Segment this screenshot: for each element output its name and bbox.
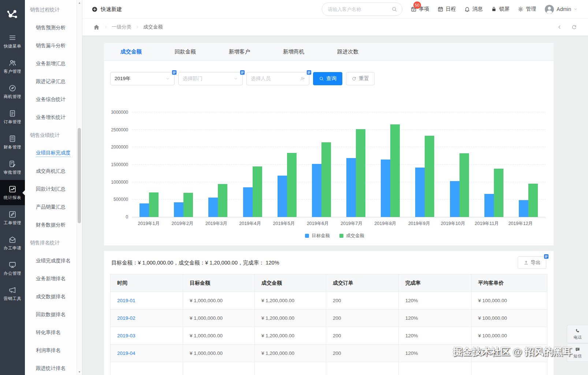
topbar-item-lock-screen[interactable]: 锁屏 — [491, 6, 509, 12]
year-select[interactable]: 2019年 — [110, 72, 175, 85]
chevron-left-icon[interactable] — [557, 24, 562, 30]
home-icon[interactable] — [93, 24, 100, 31]
tab-4[interactable]: 跟进次数 — [321, 48, 375, 55]
submenu-item-0-2[interactable]: 业务新增汇总 — [25, 55, 77, 72]
submenu-item-label: 回款数据排名 — [36, 311, 66, 318]
row-date-link[interactable]: 2019-01 — [117, 298, 135, 303]
topbar-item-settings[interactable]: 管理 — [518, 6, 536, 12]
submenu-item-2-1[interactable]: 业务新增排名 — [25, 270, 77, 288]
breadcrumb-item-1: 成交金额 — [143, 24, 163, 30]
sidebar-item-orders[interactable]: 订单管理 — [0, 104, 25, 130]
tab-1[interactable]: 回款金额 — [158, 48, 212, 55]
sidebar-item-reports[interactable]: 统计报表 — [0, 180, 25, 205]
row-date-link[interactable]: 2019-02 — [117, 315, 135, 321]
submenu-item-1-0[interactable]: 业绩目标完成度 — [25, 144, 77, 162]
tab-2[interactable]: 新增客户 — [212, 48, 267, 55]
customer-search-input[interactable] — [327, 6, 388, 12]
legend-swatch — [305, 234, 309, 238]
submenu-item-2-4[interactable]: 转化率排名 — [25, 323, 77, 341]
submenu-item-label: 成交商机汇总 — [36, 168, 66, 175]
bar-series2-month8 — [390, 124, 400, 217]
app-logo[interactable] — [0, 0, 25, 29]
sidebar-item-office[interactable]: 办公管理 — [0, 256, 25, 281]
submenu-item-2-2[interactable]: 成交数据排名 — [25, 288, 77, 305]
megaphone-icon — [8, 286, 16, 294]
submenu-item-1-4[interactable]: 财务数据分析 — [25, 216, 77, 234]
submenu-item-label: 利润率排名 — [36, 347, 61, 354]
submenu-scrollbar[interactable]: ▲ ▼ — [77, 0, 82, 375]
reset-button[interactable]: 重置 — [346, 72, 375, 85]
scroll-up-icon[interactable]: ▲ — [77, 0, 82, 5]
row-date-link[interactable]: 2019-04 — [117, 350, 135, 356]
calendar-icon — [438, 6, 443, 12]
table-cell — [183, 362, 255, 375]
submenu-group-title: 销售业绩统计 — [25, 126, 77, 144]
extension-badge-icon[interactable] — [306, 70, 312, 75]
export-button[interactable]: 导出 — [518, 256, 546, 269]
sidebar-item-finance[interactable]: 财务管理 — [0, 130, 25, 155]
extension-badge-icon[interactable] — [172, 70, 177, 75]
department-select[interactable]: 选择部门 — [178, 72, 243, 85]
table-cell-value: ¥ 1,200,000.00 — [261, 333, 294, 338]
legend-item-1[interactable]: 成交金额 — [339, 233, 364, 239]
submenu-item-2-3[interactable]: 回款数据排名 — [25, 305, 77, 323]
tab-3[interactable]: 新增商机 — [267, 48, 321, 55]
bar-group-12 — [511, 112, 546, 217]
scrollbar-thumb[interactable] — [78, 128, 81, 223]
scroll-down-icon[interactable]: ▼ — [77, 370, 82, 375]
person-select[interactable]: 选择人员 — [246, 72, 309, 85]
y-axis-tick-label: 1500000 — [111, 162, 128, 167]
table-cell: 2019-02 — [111, 310, 183, 327]
x-axis-tick-label: 2019年5月 — [267, 221, 301, 227]
breadcrumb-item-0[interactable]: 一级分类 — [112, 24, 131, 30]
submenu-item-2-0[interactable]: 业绩完成度排名 — [25, 252, 77, 270]
sms-button[interactable]: 短信 — [567, 344, 588, 362]
submenu-item-2-5[interactable]: 利润率排名 — [25, 341, 77, 359]
person-add-icon — [300, 76, 305, 81]
submenu-item-1-2[interactable]: 回款计划汇总 — [25, 180, 77, 198]
submenu-item-label: 转化率排名 — [36, 329, 61, 336]
table-cell-value: ¥ 1,200,000.00 — [261, 298, 294, 303]
extension-badge-icon[interactable] — [544, 254, 549, 259]
sidebar-item-opportunities[interactable]: 商机管理 — [0, 79, 25, 104]
breadcrumb-actions — [557, 24, 577, 30]
sidebar-item-quick-menu[interactable]: 快捷菜单 — [0, 29, 25, 54]
monitor-icon — [8, 261, 16, 269]
submenu-item-0-1[interactable]: 销售漏斗分析 — [25, 37, 77, 55]
submenu-item-0-0[interactable]: 销售预测分析 — [25, 19, 77, 37]
icon-sidebar: 快捷菜单客户管理商机管理订单管理财务管理审批管理统计报表工单管理办工申请办公管理… — [0, 0, 25, 375]
search-button[interactable]: 查询 — [313, 72, 342, 85]
user-menu[interactable]: Admin — [544, 4, 578, 14]
submenu-item-0-5[interactable]: 业务增长统计 — [25, 108, 77, 126]
row-date-link[interactable]: 2019-03 — [117, 333, 135, 338]
refresh-icon[interactable] — [571, 24, 577, 30]
submenu-item-1-3[interactable]: 产品销量汇总 — [25, 198, 77, 216]
submenu-item-2-6[interactable]: 跟进统计排名 — [25, 359, 77, 375]
submenu-item-0-3[interactable]: 跟进记录汇总 — [25, 72, 77, 90]
tab-0[interactable]: 成交金额 — [104, 48, 158, 55]
menu-icon — [8, 34, 16, 42]
legend-item-0[interactable]: 目标金额 — [305, 233, 330, 239]
table-cell — [111, 362, 183, 375]
submenu-item-1-1[interactable]: 成交商机汇总 — [25, 162, 77, 180]
phone-button[interactable]: 电话 — [567, 325, 588, 343]
sidebar-item-marketing[interactable]: 营销工具 — [0, 281, 25, 306]
sidebar-item-approvals[interactable]: 审批管理 — [0, 155, 25, 180]
sidebar-item-customers[interactable]: 客户管理 — [0, 54, 25, 79]
submenu-item-0-4[interactable]: 业务综合统计 — [25, 90, 77, 108]
topbar-item-schedule[interactable]: 日程 — [438, 6, 456, 12]
extension-badge-icon[interactable] — [240, 70, 245, 75]
sidebar-item-work-orders[interactable]: 工单管理 — [0, 205, 25, 230]
bar-series2-month6 — [321, 142, 331, 217]
y-axis-tick-label: 500000 — [113, 197, 128, 202]
search-icon[interactable] — [391, 6, 397, 12]
bar-series1-month1 — [139, 203, 149, 217]
approval-icon — [8, 160, 16, 168]
sidebar-item-work-requests[interactable]: 办工申请 — [0, 230, 25, 256]
topbar-item-tasks[interactable]: 事项50 — [411, 6, 429, 12]
table-cell: ¥ 1,200,000.00 — [255, 310, 326, 327]
quick-create-button[interactable]: 快速新建 — [92, 6, 122, 13]
topbar-item-messages[interactable]: 消息 — [464, 6, 483, 12]
table-cell: ¥ 1,200,000.00 — [255, 292, 326, 310]
floating-actions: 电话短信 — [567, 325, 588, 362]
